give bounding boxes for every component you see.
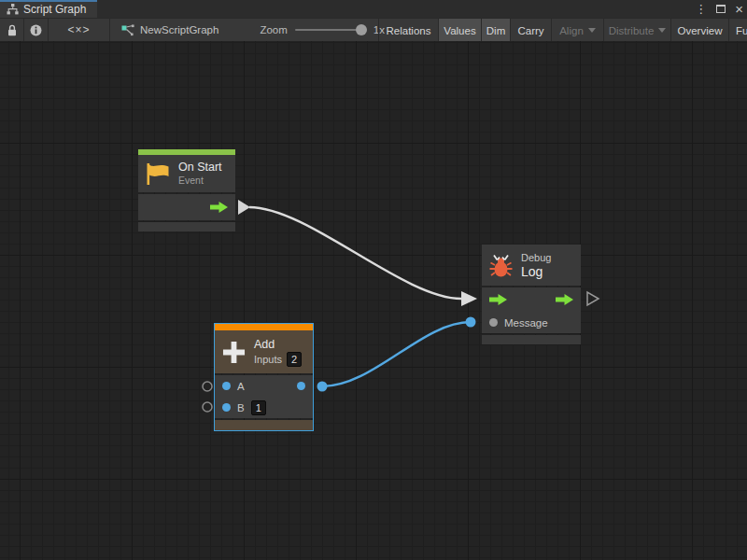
script-graph-window: Script Graph ⋮ × <×>: [0, 0, 747, 560]
node-debug-log[interactable]: Debug Log Message: [482, 245, 581, 344]
full-screen-button[interactable]: Full Screen: [728, 19, 747, 42]
message-input-port[interactable]: [489, 318, 498, 327]
add-result-port-marker[interactable]: [317, 382, 328, 392]
wires-layer: [0, 41, 747, 560]
maximize-icon[interactable]: [716, 0, 726, 18]
result-output-port[interactable]: [297, 382, 305, 390]
align-label: Align: [559, 25, 584, 36]
graph-name-label: NewScriptGraph: [140, 24, 218, 35]
plus-icon: [222, 341, 246, 364]
title-bar: Script Graph ⋮ ×: [0, 0, 747, 18]
flow-output-arrow-icon[interactable]: [210, 202, 228, 213]
port-label-b: B: [237, 402, 245, 413]
math-colorbar: [215, 324, 313, 330]
node-title: Add: [254, 338, 302, 352]
add-a-port-marker[interactable]: [203, 382, 212, 391]
onstart-output-port-marker[interactable]: [238, 200, 250, 215]
flag-icon: [146, 163, 170, 185]
node-footer: [215, 420, 313, 430]
flow-input-arrow-icon[interactable]: [489, 294, 507, 305]
values-button[interactable]: Values: [438, 19, 481, 42]
zoom-label: Zoom: [260, 24, 287, 35]
node-title: Log: [521, 264, 551, 280]
wire-value-add-to-message[interactable]: [322, 322, 471, 386]
lock-button[interactable]: [0, 19, 24, 42]
port-b-input[interactable]: [222, 403, 231, 412]
port-label-message: Message: [504, 317, 548, 329]
bug-icon: [489, 254, 513, 277]
log-output-port-marker[interactable]: [587, 292, 599, 305]
dim-button[interactable]: Dim: [481, 19, 510, 42]
port-a-input[interactable]: [222, 382, 231, 390]
node-footer: [138, 222, 235, 231]
caret-down-icon: [658, 28, 666, 33]
graph-toolbar: <×> NewScriptGraph Zoom 1x Relations Val…: [0, 18, 747, 41]
graph-tab-icon: [7, 4, 19, 15]
lock-icon: [7, 24, 18, 36]
wire-flow-onstart-to-log[interactable]: [249, 207, 461, 299]
tab-title: Script Graph: [23, 2, 86, 16]
node-add[interactable]: Add Inputs 2 A B 1: [215, 324, 313, 430]
node-footer: [482, 335, 581, 344]
zoom-slider-handle[interactable]: [356, 24, 367, 35]
overview-button[interactable]: Overview: [670, 19, 728, 42]
graph-breadcrumb[interactable]: NewScriptGraph: [110, 19, 230, 42]
view-source-button[interactable]: <×>: [49, 19, 110, 42]
align-button[interactable]: Align: [551, 19, 603, 42]
node-title: On Start: [178, 161, 222, 175]
relations-button[interactable]: Relations: [378, 19, 438, 42]
node-on-start[interactable]: On Start Event: [138, 149, 235, 231]
carry-button[interactable]: Carry: [510, 19, 551, 42]
window-menu-icon[interactable]: ⋮: [695, 0, 707, 18]
tab-active-accent: [0, 0, 97, 2]
script-graph-asset-icon: [121, 24, 134, 36]
port-label-a: A: [237, 381, 245, 392]
distribute-label: Distribute: [609, 25, 655, 36]
code-icon: <×>: [67, 23, 90, 36]
inputs-label: Inputs: [254, 353, 282, 366]
node-subtitle: Event: [178, 175, 222, 187]
wire-flow-arrowhead: [461, 291, 477, 306]
port-b-value-field[interactable]: 1: [251, 400, 266, 415]
log-message-port-marker[interactable]: [466, 317, 476, 328]
add-b-port-marker[interactable]: [203, 402, 212, 412]
inputs-count-field[interactable]: 2: [287, 352, 302, 367]
close-icon[interactable]: ×: [735, 0, 743, 18]
info-icon: [30, 24, 42, 36]
graph-canvas[interactable]: On Start Event: [0, 41, 747, 560]
zoom-slider[interactable]: [295, 29, 362, 31]
flow-output-arrow-icon[interactable]: [556, 294, 573, 305]
tab-script-graph[interactable]: Script Graph: [0, 0, 97, 18]
distribute-button[interactable]: Distribute: [603, 19, 670, 42]
info-button[interactable]: [24, 19, 49, 42]
node-surtitle: Debug: [521, 251, 551, 264]
caret-down-icon: [588, 28, 596, 33]
